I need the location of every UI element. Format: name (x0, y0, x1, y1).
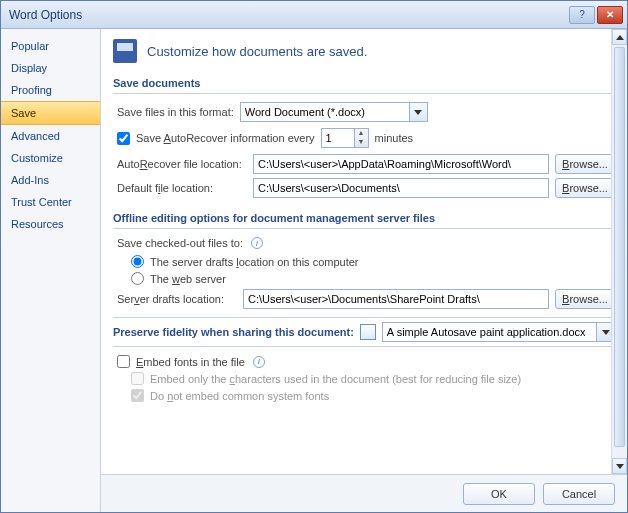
scroll-thumb[interactable] (614, 47, 625, 447)
close-button[interactable]: ✕ (597, 6, 623, 24)
sidebar-item-trust-center[interactable]: Trust Center (1, 191, 100, 213)
save-format-value: Word Document (*.docx) (240, 102, 410, 122)
default-location-row: Default file location: C:\Users\<user>\D… (117, 178, 615, 198)
embed-fonts-checkbox[interactable] (117, 355, 130, 368)
checked-out-label-row: Save checked-out files to: i (117, 237, 615, 249)
cancel-button[interactable]: Cancel (543, 483, 615, 505)
no-common-fonts-label: Do not embed common system fonts (150, 390, 329, 402)
checked-out-label: Save checked-out files to: (117, 237, 243, 249)
autorecover-minutes-spinner[interactable]: 1 ▲▼ (321, 128, 369, 148)
window-title: Word Options (9, 8, 569, 22)
autorecover-row: Save AutoRecover information every 1 ▲▼ … (117, 128, 615, 148)
default-location-label: Default file location: (117, 182, 247, 194)
browse-server-drafts-button[interactable]: Browse... (555, 289, 615, 309)
server-drafts-label: Server drafts location: (117, 293, 237, 305)
sidebar-item-proofing[interactable]: Proofing (1, 79, 100, 101)
scroll-area: Customize how documents are saved. Save … (101, 29, 627, 474)
embed-sub-options: Embed only the characters used in the do… (131, 372, 615, 402)
page-title: Customize how documents are saved. (147, 44, 367, 59)
autorecover-minutes-value: 1 (321, 128, 355, 148)
autorecover-checkbox[interactable] (117, 132, 130, 145)
ok-button[interactable]: OK (463, 483, 535, 505)
radio-web-server-label: The web server (150, 273, 226, 285)
document-icon (360, 324, 376, 340)
main-panel: Customize how documents are saved. Save … (101, 29, 627, 512)
radio-web-server[interactable] (131, 272, 144, 285)
sidebar-item-customize[interactable]: Customize (1, 147, 100, 169)
dialog-body: Popular Display Proofing Save Advanced C… (1, 29, 627, 512)
sidebar-item-save[interactable]: Save (1, 101, 100, 125)
no-common-fonts-checkbox (131, 389, 144, 402)
server-drafts-row: Server drafts location: C:\Users\<user>\… (117, 289, 615, 309)
help-button[interactable]: ? (569, 6, 595, 24)
scroll-up-arrow[interactable] (612, 29, 627, 45)
checked-out-options: The server drafts location on this compu… (131, 255, 615, 285)
info-icon[interactable]: i (251, 237, 263, 249)
preserve-doc-dropdown[interactable]: A simple Autosave paint application.docx (382, 322, 615, 342)
browse-default-button[interactable]: Browse... (555, 178, 615, 198)
info-icon[interactable]: i (253, 356, 265, 368)
preserve-title: Preserve fidelity when sharing this docu… (113, 326, 354, 338)
sidebar-item-popular[interactable]: Popular (1, 35, 100, 57)
titlebar: Word Options ? ✕ (1, 1, 627, 29)
radio-local-drafts[interactable] (131, 255, 144, 268)
autorecover-location-row: AutoRecover file location: C:\Users\<use… (117, 154, 615, 174)
server-drafts-input[interactable]: C:\Users\<user>\Documents\SharePoint Dra… (243, 289, 549, 309)
embed-only-chars-label: Embed only the characters used in the do… (150, 373, 521, 385)
autorecover-location-label: AutoRecover file location: (117, 158, 247, 170)
save-format-dropdown[interactable]: Word Document (*.docx) (240, 102, 428, 122)
autorecover-unit: minutes (375, 132, 414, 144)
autorecover-label: Save AutoRecover information every (136, 132, 315, 144)
word-options-window: Word Options ? ✕ Popular Display Proofin… (0, 0, 628, 513)
vertical-scrollbar[interactable] (611, 29, 627, 474)
titlebar-buttons: ? ✕ (569, 6, 623, 24)
radio-local-drafts-label: The server drafts location on this compu… (150, 256, 359, 268)
embed-fonts-label: Embed fonts in the file (136, 356, 245, 368)
sidebar-item-addins[interactable]: Add-Ins (1, 169, 100, 191)
sidebar-item-resources[interactable]: Resources (1, 213, 100, 235)
sidebar-item-advanced[interactable]: Advanced (1, 125, 100, 147)
scroll-down-arrow[interactable] (612, 458, 627, 474)
embed-fonts-row: Embed fonts in the file i (117, 355, 615, 368)
save-disk-icon (113, 39, 137, 63)
dialog-footer: OK Cancel (101, 474, 627, 512)
page-hero: Customize how documents are saved. (113, 39, 615, 63)
save-format-label: Save files in this format: (117, 106, 234, 118)
section-save-documents: Save documents (113, 73, 615, 94)
sidebar-item-display[interactable]: Display (1, 57, 100, 79)
default-location-input[interactable]: C:\Users\<user>\Documents\ (253, 178, 549, 198)
embed-only-chars-row: Embed only the characters used in the do… (131, 372, 615, 385)
browse-autorecover-button[interactable]: BBrowse...rowse... (555, 154, 615, 174)
section-offline: Offline editing options for document man… (113, 208, 615, 229)
save-format-row: Save files in this format: Word Document… (117, 102, 615, 122)
embed-only-chars-checkbox (131, 372, 144, 385)
chevron-down-icon (410, 102, 428, 122)
autorecover-location-input[interactable]: C:\Users\<user>\AppData\Roaming\Microsof… (253, 154, 549, 174)
opt-server-drafts-local: The server drafts location on this compu… (131, 255, 615, 268)
preserve-doc-value: A simple Autosave paint application.docx (382, 322, 597, 342)
no-common-fonts-row: Do not embed common system fonts (131, 389, 615, 402)
opt-web-server: The web server (131, 272, 615, 285)
preserve-fidelity-row: Preserve fidelity when sharing this docu… (113, 317, 615, 347)
spinner-buttons: ▲▼ (355, 128, 369, 148)
sidebar: Popular Display Proofing Save Advanced C… (1, 29, 101, 512)
